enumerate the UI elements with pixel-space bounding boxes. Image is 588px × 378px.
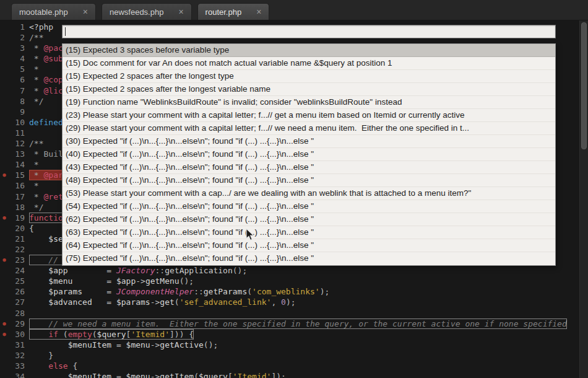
warning-marker-icon: ●	[0, 170, 9, 180]
code-text-tokens: *	[29, 159, 39, 170]
tab-label: router.php	[205, 7, 242, 17]
line-number: 25	[9, 276, 25, 286]
token-op: (	[92, 330, 97, 339]
code-line[interactable]: 33 else {	[0, 361, 588, 371]
token-var: $query	[199, 372, 228, 378]
token-me: getApplication	[165, 266, 233, 275]
lint-item[interactable]: (15) Doc comment for var An does not mat…	[63, 57, 555, 70]
line-number: 21	[9, 234, 25, 244]
warning-marker-icon	[0, 297, 9, 307]
lint-item[interactable]: (15) Expected 2 spaces after the longest…	[63, 83, 555, 96]
code-text-tokens: */	[29, 202, 43, 213]
code-text-tokens: /**	[29, 138, 43, 149]
code-text-tokens: <?php	[29, 22, 53, 32]
token-com: /**	[29, 139, 43, 148]
close-icon[interactable]: ×	[256, 7, 261, 16]
lint-item[interactable]: (29) Please start your comment with a ca…	[63, 122, 555, 135]
lint-item[interactable]: (53) Please start your comment with a ca…	[63, 187, 555, 200]
token-op: ();	[204, 340, 218, 349]
lint-item[interactable]: (40) Expected "if (...)\n...{...}\n...el…	[63, 148, 555, 161]
line-number: 27	[9, 297, 25, 307]
code-line[interactable]: 28	[0, 308, 588, 319]
warning-marker-icon	[0, 86, 9, 96]
lint-item[interactable]: (48) Expected "if (...)\n...{...}\n...el…	[63, 174, 555, 187]
line-number: 29	[9, 319, 25, 329]
code-line[interactable]: 26 $params = JComponentHelper::getParams…	[0, 286, 588, 297]
scrollbar-thumb[interactable]	[581, 22, 587, 149]
tab-mootable[interactable]: mootable.php×	[11, 3, 96, 20]
token-str: 'Itemid'	[131, 330, 170, 339]
line-number: 20	[9, 223, 25, 234]
token-op: ::	[194, 287, 204, 296]
lint-item[interactable]: (54) Expected "if (...)\n...{...}\n...el…	[63, 200, 555, 213]
code-line[interactable]: 24 $app = JFactory::getApplication();	[0, 265, 588, 276]
lint-item[interactable]: (43) Expected "if (...)\n...{...}\n...el…	[63, 161, 555, 174]
line-number: 1	[9, 22, 25, 32]
tab-bar: mootable.php×newsfeeds.php×router.php×	[0, 0, 588, 20]
tab-label: mootable.php	[19, 7, 68, 17]
lint-item[interactable]: (15) Expected 2 spaces after the longest…	[63, 70, 555, 83]
code-line[interactable]: ●29 // we need a menu item. Either the o…	[0, 319, 588, 329]
close-icon[interactable]: ×	[83, 7, 88, 16]
token-op: =	[111, 340, 126, 349]
line-number: 30	[9, 329, 25, 340]
token-me: getMenu	[145, 276, 179, 286]
token-cls: JFactory	[116, 266, 155, 275]
lint-item[interactable]: (30) Expected "if (...)\n...{...}\n...el…	[63, 135, 555, 148]
code-line[interactable]: 34 $menuItem = $menu->getItem($query['It…	[0, 371, 588, 378]
code-text-tokens: $menu = $app->getMenu();	[29, 276, 194, 286]
code-text-tokens: // we need a menu item. Either the one s…	[29, 319, 567, 329]
code-text: // we need a menu item. Either the one s…	[25, 319, 567, 329]
lint-item[interactable]: (15) Expected 3 spaces before variable t…	[63, 44, 555, 57]
popup-filter-input[interactable]	[62, 25, 556, 38]
token-pl	[29, 361, 48, 371]
token-com: /**	[29, 33, 43, 42]
lint-item[interactable]: (23) Please start your comment with a ca…	[63, 109, 555, 122]
warning-marker-icon	[0, 265, 9, 276]
token-op: ->	[136, 276, 145, 286]
token-var: $query	[97, 330, 126, 339]
tab-newsfeeds[interactable]: newsfeeds.php×	[102, 3, 192, 20]
token-str: 'sef_advanced_link'	[179, 297, 272, 307]
warning-marker-icon	[0, 32, 9, 43]
code-line[interactable]: 27 $advanced = $params->get('sef_advance…	[0, 297, 588, 307]
token-op: ();	[233, 266, 247, 275]
line-number: 28	[9, 308, 25, 319]
token-pl	[29, 330, 48, 339]
token-op: ]);	[271, 372, 285, 378]
token-com: *	[29, 170, 43, 180]
line-number: 6	[9, 74, 25, 85]
token-me: get	[160, 297, 174, 307]
code-line[interactable]: 32 }	[0, 350, 588, 361]
line-number: 15	[9, 170, 25, 180]
code-line[interactable]: 31 $menuItem = $menu->getActive();	[0, 340, 588, 350]
vertical-scrollbar[interactable]	[579, 20, 588, 378]
token-lcom: // we need a menu item. Either the one s…	[48, 319, 566, 328]
code-line[interactable]: 25 $menu = $app->getMenu();	[0, 276, 588, 286]
token-op: [	[228, 372, 233, 378]
code-text-tokens: $advanced = $params->get('sef_advanced_l…	[29, 297, 296, 307]
token-tag: <?php	[29, 22, 53, 32]
line-number: 24	[9, 265, 25, 276]
token-op: }	[48, 351, 53, 360]
warning-marker-icon	[0, 107, 9, 117]
code-text: *	[25, 180, 39, 191]
tab-router[interactable]: router.php×	[197, 3, 270, 20]
lint-item[interactable]: (64) Expected "if (...)\n...{...}\n...el…	[63, 239, 555, 252]
code-text	[25, 128, 29, 138]
lint-item[interactable]: (19) Function name "WeblinksBuildRoute" …	[63, 96, 555, 109]
warning-marker-icon	[0, 159, 9, 170]
warning-marker-icon	[0, 138, 9, 149]
code-line[interactable]: ●30 if (empty($query['Itemid'])) {	[0, 329, 588, 340]
lint-item[interactable]: (63) Expected "if (...)\n...{...}\n...el…	[63, 226, 555, 239]
lint-item[interactable]: (75) Expected "if (...)\n...{...}\n...el…	[63, 252, 555, 265]
token-op: );	[320, 287, 330, 296]
lint-item[interactable]: (62) Expected "if (...)\n...{...}\n...el…	[63, 213, 555, 226]
code-text: $menu = $app->getMenu();	[25, 276, 194, 286]
code-text	[25, 244, 29, 255]
warning-marker-icon	[0, 286, 9, 297]
line-number: 10	[9, 117, 25, 128]
token-op: ->	[150, 297, 160, 307]
warning-marker-icon: ●	[0, 319, 9, 329]
close-icon[interactable]: ×	[178, 7, 183, 16]
